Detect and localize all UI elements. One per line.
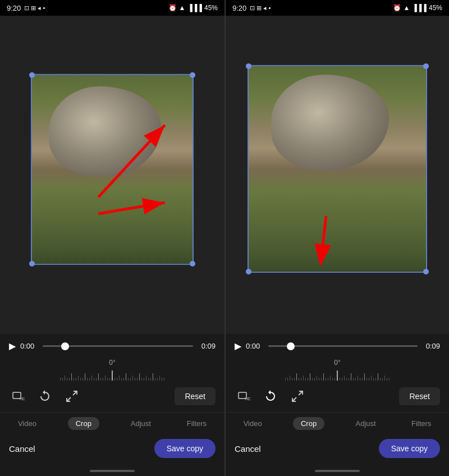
alarm-icon-left: ⏰ — [168, 4, 177, 12]
rock-right — [271, 74, 389, 170]
time-left: 9:20 — [7, 4, 21, 12]
timeline-track-right[interactable] — [268, 345, 418, 347]
timeline-track-left[interactable] — [43, 345, 193, 347]
home-indicator-left — [0, 466, 224, 476]
timeline-thumb-right[interactable] — [287, 342, 295, 350]
timeline-thumb-left[interactable] — [61, 342, 69, 350]
corner-br-left[interactable] — [190, 260, 195, 266]
fullscreen-icon-left[interactable] — [63, 387, 81, 405]
ruler-ticks-left — [60, 369, 164, 381]
rotation-label-left: 0° — [109, 359, 115, 367]
crop-frame-left[interactable] — [31, 74, 194, 264]
ruler-left[interactable] — [9, 369, 216, 381]
video-area-left — [0, 16, 224, 334]
corner-tr-left[interactable] — [190, 72, 195, 77]
time-start-left: 0:00 — [20, 342, 38, 350]
svg-line-7 — [67, 397, 71, 401]
status-icons-right: ⊡ ⊞ ◂ • — [250, 4, 271, 12]
svg-text:HD: HD — [245, 397, 250, 401]
tool-icons-left: HD — [9, 387, 81, 405]
corner-bl-right[interactable] — [246, 268, 251, 274]
cancel-button-left[interactable]: Cancel — [9, 444, 35, 454]
crop-ratio-icon-left[interactable]: HD — [9, 387, 27, 405]
home-indicator-right — [226, 466, 449, 476]
tool-row-right: HD R — [235, 387, 440, 405]
status-right-left: ⏰ ▲ ▐▐▐ 45% — [168, 4, 218, 12]
left-panel: 9:20 ⊡ ⊞ ◂ • ⏰ ▲ ▐▐▐ 45% — [0, 0, 224, 476]
svg-line-12 — [299, 391, 303, 395]
timeline-left: ▶ 0:00 0:09 — [9, 341, 216, 351]
rotation-left: 0° — [9, 357, 216, 367]
time-right: 9:20 — [232, 4, 246, 12]
svg-text:HD: HD — [20, 397, 25, 401]
status-bar-left: 9:20 ⊡ ⊞ ◂ • ⏰ ▲ ▐▐▐ 45% — [0, 0, 224, 16]
photo-inner-left — [32, 75, 193, 263]
video-area-right — [226, 16, 449, 334]
tool-icons-right: HD — [235, 387, 306, 405]
nav-video-right[interactable]: Video — [239, 417, 267, 430]
home-bar-right — [315, 470, 360, 472]
play-btn-right[interactable]: ▶ — [235, 341, 241, 351]
save-button-right[interactable]: Save copy — [379, 439, 440, 458]
ruler-right[interactable] — [235, 369, 440, 381]
nav-video-left[interactable]: Video — [13, 417, 41, 430]
ruler-center-left — [112, 370, 113, 381]
right-panel: 9:20 ⊡ ⊞ ◂ • ⏰ ▲ ▐▐▐ 45% — [224, 0, 449, 476]
nav-crop-left[interactable]: Crop — [68, 417, 99, 430]
rotate-icon-left[interactable] — [36, 387, 54, 405]
signal-icon-right: ▐▐▐ — [412, 4, 427, 12]
corner-tr-right[interactable] — [423, 63, 429, 68]
timeline-right: ▶ 0:00 0:09 — [235, 341, 440, 351]
fullscreen-icon-right[interactable] — [288, 387, 306, 405]
time-end-right: 0:09 — [422, 342, 440, 350]
status-time-right: 9:20 ⊡ ⊞ ◂ • — [232, 4, 271, 12]
status-time-left: 9:20 ⊡ ⊞ ◂ • — [7, 4, 45, 12]
status-icons-left: ⊡ ⊞ ◂ • — [24, 4, 45, 12]
crop-ratio-icon-right[interactable]: HD — [235, 387, 253, 405]
status-right-right: ⏰ ▲ ▐▐▐ 45% — [393, 4, 442, 12]
wifi-icon-right: ▲ — [404, 4, 410, 12]
nav-adjust-left[interactable]: Adjust — [126, 417, 155, 430]
controls-right: ▶ 0:00 0:09 0° — [226, 334, 449, 412]
svg-line-13 — [292, 397, 296, 401]
time-start-right: 0:00 — [246, 342, 264, 350]
controls-left: ▶ 0:00 0:09 0° — [0, 334, 224, 412]
time-end-left: 0:09 — [198, 342, 216, 350]
corner-bl-left[interactable] — [29, 260, 35, 266]
cancel-button-right[interactable]: Cancel — [235, 444, 261, 454]
nav-crop-right[interactable]: Crop — [293, 417, 324, 430]
corner-br-right[interactable] — [423, 268, 429, 274]
nav-adjust-right[interactable]: Adjust — [351, 417, 380, 430]
bottom-actions-left: Cancel Save copy — [0, 433, 224, 466]
rotation-right: 0° — [235, 357, 440, 367]
rotate-icon-right[interactable] — [262, 387, 280, 405]
corner-tl-right[interactable] — [246, 63, 251, 68]
alarm-icon-right: ⏰ — [393, 4, 401, 12]
photo-inner-right — [249, 66, 426, 271]
svg-line-6 — [73, 391, 77, 395]
nav-filters-left[interactable]: Filters — [182, 417, 211, 430]
bottom-nav-right: Video Crop Adjust Filters — [226, 412, 449, 433]
save-button-left[interactable]: Save copy — [154, 439, 216, 458]
signal-icon-left: ▐▐▐ — [187, 4, 202, 12]
reset-button-left[interactable]: Reset — [175, 387, 216, 405]
wifi-icon-left: ▲ — [179, 4, 186, 12]
battery-right: 45% — [429, 4, 442, 12]
tool-row-left: HD R — [9, 387, 216, 405]
rock-left — [49, 86, 161, 176]
rotation-label-right: 0° — [334, 359, 340, 367]
crop-frame-right[interactable] — [248, 65, 427, 272]
corner-tl-left[interactable] — [29, 72, 35, 77]
bottom-nav-left: Video Crop Adjust Filters — [0, 412, 224, 433]
ruler-center-right — [337, 370, 338, 381]
ruler-ticks-right — [285, 369, 390, 381]
play-btn-left[interactable]: ▶ — [9, 341, 16, 351]
battery-left: 45% — [204, 4, 218, 12]
home-bar-left — [90, 470, 135, 472]
bottom-actions-right: Cancel Save copy — [226, 433, 449, 466]
status-bar-right: 9:20 ⊡ ⊞ ◂ • ⏰ ▲ ▐▐▐ 45% — [226, 0, 449, 16]
reset-button-right[interactable]: Reset — [399, 387, 440, 405]
nav-filters-right[interactable]: Filters — [407, 417, 436, 430]
